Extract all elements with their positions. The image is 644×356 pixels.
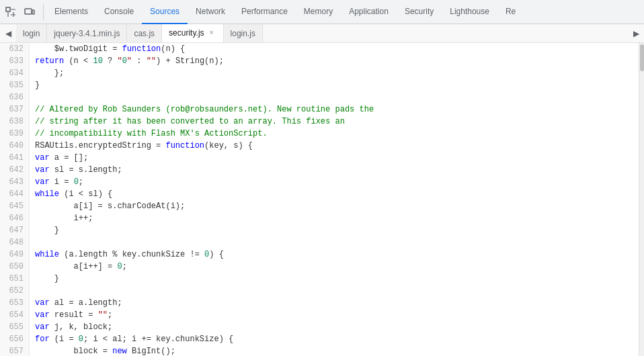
file-tab-login[interactable]: login: [16, 24, 47, 43]
devtools-toolbar: Elements Console Sources Network Perform…: [0, 0, 644, 24]
tab-console[interactable]: Console: [96, 0, 142, 24]
code-line: block = new BigInt();: [35, 345, 639, 356]
code-line: while (i < sl) {: [35, 188, 639, 200]
file-tab-security[interactable]: security.js ×: [162, 24, 223, 43]
code-editor: 6326336346356366376386396406416426436446…: [0, 43, 644, 356]
file-tab-label: cas.js: [134, 29, 155, 38]
line-number: 646: [0, 212, 29, 224]
line-number: 638: [0, 116, 29, 128]
line-numbers: 6326336346356366376386396406416426436446…: [0, 43, 30, 356]
svg-rect-2: [32, 10, 34, 14]
line-number: 639: [0, 128, 29, 140]
line-number: 635: [0, 79, 29, 91]
line-number: 644: [0, 188, 29, 200]
code-line: RSAUtils.encryptedString = function(key,…: [35, 140, 639, 152]
code-line: var sl = s.length;: [35, 164, 639, 176]
file-tab-jquery[interactable]: jquery-3.4.1.min.js: [47, 24, 127, 43]
file-tabs-right-arrow[interactable]: ▶: [628, 24, 644, 43]
device-toggle-icon[interactable]: [22, 4, 38, 20]
tab-application[interactable]: Application: [341, 0, 397, 24]
line-number: 636: [0, 91, 29, 103]
line-number: 656: [0, 333, 29, 345]
vertical-scrollbar[interactable]: [639, 43, 644, 356]
toolbar-icon-group: [3, 4, 44, 20]
line-number: 647: [0, 224, 29, 236]
line-number: 633: [0, 55, 29, 67]
line-number: 650: [0, 261, 29, 273]
code-line: }: [35, 273, 639, 285]
line-number: 649: [0, 249, 29, 261]
tab-re[interactable]: Re: [497, 0, 524, 24]
code-line: a[i++] = 0;: [35, 261, 639, 273]
line-number: 632: [0, 43, 29, 55]
line-number: 648: [0, 236, 29, 249]
nav-tabs: Elements Console Sources Network Perform…: [46, 0, 524, 24]
file-tab-cas[interactable]: cas.js: [127, 24, 162, 43]
code-line: i++;: [35, 212, 639, 224]
file-tabs-bar: ◀ login jquery-3.4.1.min.js cas.js secur…: [0, 24, 644, 43]
code-line: [35, 91, 639, 103]
line-number: 653: [0, 297, 29, 309]
code-line: while (a.length % key.chunkSize != 0) {: [35, 249, 639, 261]
line-number: 645: [0, 200, 29, 212]
file-tab-label: security.js: [169, 28, 204, 38]
file-tab-label: jquery-3.4.1.min.js: [54, 29, 120, 38]
inspect-icon[interactable]: [3, 4, 19, 20]
file-tab-label: login.js: [231, 29, 255, 38]
code-line: var a = [];: [35, 152, 639, 164]
line-number: 634: [0, 67, 29, 79]
svg-rect-1: [25, 9, 32, 14]
file-tab-login-js[interactable]: login.js: [224, 24, 263, 43]
code-line: }: [35, 79, 639, 91]
file-tabs: login jquery-3.4.1.min.js cas.js securit…: [16, 24, 628, 43]
code-line: var al = a.length;: [35, 297, 639, 309]
line-number: 657: [0, 345, 29, 356]
svg-rect-0: [6, 7, 10, 11]
line-number: 641: [0, 152, 29, 164]
tab-lighthouse[interactable]: Lighthouse: [442, 0, 497, 24]
code-line: }: [35, 224, 639, 236]
tab-memory[interactable]: Memory: [296, 0, 341, 24]
file-tab-label: login: [23, 29, 40, 38]
code-line: // string after it has been converted to…: [35, 116, 639, 128]
code-line: var j, k, block;: [35, 321, 639, 333]
file-tabs-left-arrow[interactable]: ◀: [0, 24, 16, 43]
code-line: $w.twoDigit = function(n) {: [35, 43, 639, 55]
code-line: };: [35, 67, 639, 79]
code-line: [35, 236, 639, 249]
code-line: var i = 0;: [35, 176, 639, 188]
code-line: a[i] = s.charCodeAt(i);: [35, 200, 639, 212]
line-number: 655: [0, 321, 29, 333]
scrollbar-thumb[interactable]: [640, 44, 644, 71]
code-line: return (n < 10 ? "0" : "") + String(n);: [35, 55, 639, 67]
code-line: [35, 285, 639, 297]
code-line: // Altered by Rob Saunders (rob@robsaund…: [35, 103, 639, 116]
line-number: 642: [0, 164, 29, 176]
tab-sources[interactable]: Sources: [142, 0, 188, 24]
code-line: // incompatibility with Flash MX's Actio…: [35, 128, 639, 140]
code-line: for (i = 0; i < al; i += key.chunkSize) …: [35, 333, 639, 345]
code-line: var result = "";: [35, 309, 639, 321]
tab-network[interactable]: Network: [188, 0, 233, 24]
line-number: 651: [0, 273, 29, 285]
line-number: 643: [0, 176, 29, 188]
tab-performance[interactable]: Performance: [233, 0, 296, 24]
tab-elements[interactable]: Elements: [46, 0, 96, 24]
line-number: 654: [0, 309, 29, 321]
code-content[interactable]: $w.twoDigit = function(n) { return (n < …: [30, 43, 639, 356]
line-number: 637: [0, 103, 29, 116]
file-tab-close-btn[interactable]: ×: [207, 28, 216, 38]
line-number: 640: [0, 140, 29, 152]
line-number: 652: [0, 285, 29, 297]
tab-security[interactable]: Security: [397, 0, 442, 24]
